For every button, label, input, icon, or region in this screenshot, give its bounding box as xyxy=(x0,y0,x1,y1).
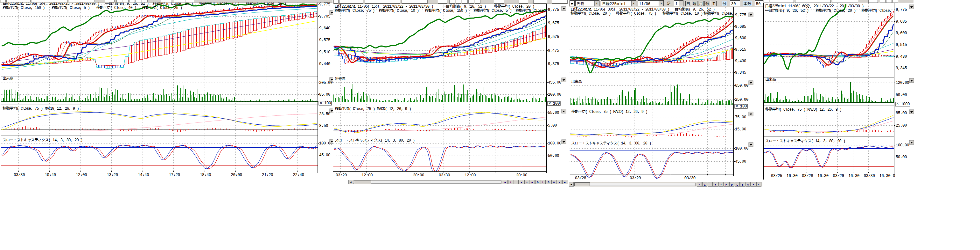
svg-text:移動平均( Close, 5 ): 移動平均( Close, 5 ) xyxy=(474,7,512,13)
svg-text:9,775: 9,775 xyxy=(735,11,746,18)
svg-text:20:00: 20:00 xyxy=(413,171,424,178)
svg-text:移動平均( Close, 75 ) MACD( 12,: 移動平均( Close, 75 ) MACD( 12, 26, 9 ) xyxy=(765,106,842,112)
svg-text:移動平均( Close, 75 ) MACD( 12,: 移動平均( Close, 75 ) MACD( 12, 26, 9 ) xyxy=(571,108,648,114)
svg-text:17:20: 17:20 xyxy=(169,171,180,177)
svg-text:9,345: 9,345 xyxy=(735,69,746,75)
svg-text:20:00: 20:00 xyxy=(231,171,242,177)
svg-text:0: 0 xyxy=(893,172,895,178)
svg-text:9,475: 9,475 xyxy=(548,47,559,53)
svg-text:出来高: 出来高 xyxy=(571,79,582,84)
svg-text:移動平均( Close, 10 ): 移動平均( Close, 10 ) xyxy=(379,7,419,13)
svg-text:250.00: 250.00 xyxy=(735,96,748,102)
svg-text:16:30: 16:30 xyxy=(786,172,798,178)
svg-text:50.00: 50.00 xyxy=(548,152,559,158)
svg-text:出来高: 出来高 xyxy=(765,76,776,82)
svg-text:12:00: 12:00 xyxy=(465,171,476,178)
svg-text:移動平均( Close, 25 ): 移動平均( Close, 25 ) xyxy=(142,5,182,10)
svg-text:スロー・ストキャスティクス( 14, 3, 80, 20 ): スロー・ストキャスティクス( 14, 3, 80, 20 ) xyxy=(571,140,651,146)
svg-text:× 100: × 100 xyxy=(736,103,747,109)
svg-text:03/29: 03/29 xyxy=(336,171,347,178)
svg-text:9,600: 9,600 xyxy=(896,29,907,35)
svg-text:移動平均( Close, 75 ) MACD( 12,: 移動平均( Close, 75 ) MACD( 12, 26, 9 ) xyxy=(3,105,79,111)
svg-text:移動平均( Close, 20 ): 移動平均( Close, 20 ) xyxy=(571,10,611,16)
svg-text:× 100: × 100 xyxy=(549,100,560,106)
svg-text:移動平均( Close, 10 ): 移動平均( Close, 10 ) xyxy=(662,10,703,16)
svg-text:移動平均( Close, 150 ): 移動平均( Close, 150 ) xyxy=(425,7,467,13)
svg-text:9,430: 9,430 xyxy=(735,58,746,64)
svg-text:22:40: 22:40 xyxy=(293,171,304,177)
svg-text:85.00: 85.00 xyxy=(896,109,907,115)
svg-text:移動平均( Close, 150 ): 移動平均( Close, 150 ) xyxy=(3,5,45,10)
svg-text:10:40: 10:40 xyxy=(45,171,56,177)
svg-text:スロー・ストキャスティクス( 14, 3, 80, 20 ): スロー・ストキャスティクス( 14, 3, 80, 20 ) xyxy=(3,137,83,142)
svg-text:出来高: 出来高 xyxy=(335,75,345,81)
svg-text:移動平均( Close,: 移動平均( Close, xyxy=(703,10,734,16)
svg-text:9,515: 9,515 xyxy=(896,41,907,47)
svg-text:移動平均( Close, 20 ): 移動平均( Close, 20 ) xyxy=(816,7,856,13)
svg-text:455.00: 455.00 xyxy=(548,79,561,85)
svg-text:スロー・ストキャスティクス( 14, 3, 80, 20 ): スロー・ストキャスティクス( 14, 3, 80, 20 ) xyxy=(765,138,845,143)
svg-text:9,575: 9,575 xyxy=(319,36,330,42)
svg-text:50.00: 50.00 xyxy=(896,153,907,159)
svg-text:9,430: 9,430 xyxy=(896,53,907,59)
svg-text:18:40: 18:40 xyxy=(200,171,211,177)
svg-text:移動平均( Close,: 移動平均( Close, xyxy=(861,7,891,13)
svg-text:03/30: 03/30 xyxy=(864,172,875,178)
svg-text:9,515: 9,515 xyxy=(735,46,746,52)
svg-text:120.00: 120.00 xyxy=(896,79,909,85)
svg-text:20:00: 20:00 xyxy=(516,171,527,178)
svg-text:出来高: 出来高 xyxy=(3,75,13,81)
svg-text:9,575: 9,575 xyxy=(548,33,559,39)
svg-text:8.50: 8.50 xyxy=(319,122,328,128)
svg-text:9,375: 9,375 xyxy=(548,60,559,66)
svg-text:50.00: 50.00 xyxy=(896,91,907,97)
svg-text:12:00: 12:00 xyxy=(76,171,87,177)
svg-text:25.00: 25.00 xyxy=(896,122,907,128)
svg-text:9,685: 9,685 xyxy=(896,18,907,24)
svg-text:9,775: 9,775 xyxy=(548,6,559,12)
svg-text:× 100: × 100 xyxy=(320,99,331,106)
svg-text:21:20: 21:20 xyxy=(262,171,273,177)
svg-text:5.00: 5.00 xyxy=(548,122,557,128)
svg-text:一目均衡表( 9, 26, 52 ): 一目均衡表( 9, 26, 52 ) xyxy=(765,7,808,13)
svg-text:45.00: 45.00 xyxy=(735,158,746,164)
svg-text:85.00: 85.00 xyxy=(319,91,330,97)
svg-text:14:40: 14:40 xyxy=(138,171,149,177)
svg-text:15.00: 15.00 xyxy=(735,126,746,132)
svg-text:移動平均( Close, 75 ): 移動平均( Close, 75 ) xyxy=(334,7,374,13)
svg-text:9,685: 9,685 xyxy=(735,23,746,29)
svg-text:28.50: 28.50 xyxy=(319,111,330,116)
svg-text:03/30: 03/30 xyxy=(684,175,695,181)
svg-text:× 1000: × 1000 xyxy=(896,101,910,106)
svg-text:55.00: 55.00 xyxy=(548,109,559,115)
svg-text:03/28: 03/28 xyxy=(802,172,813,178)
svg-text:移動平均( Close, 5 ): 移動平均( Close, 5 ) xyxy=(51,5,90,10)
svg-text:スロー・ストキャスティクス( 14, 3, 80, 20 ): スロー・ストキャスティクス( 14, 3, 80, 20 ) xyxy=(335,137,415,143)
svg-text:12:00: 12:00 xyxy=(361,171,372,178)
svg-text:9,440: 9,440 xyxy=(319,60,330,66)
svg-text:45.00: 45.00 xyxy=(319,151,330,157)
svg-text:650.00: 650.00 xyxy=(735,82,748,88)
svg-text:100.00: 100.00 xyxy=(896,142,909,147)
svg-text:9,600: 9,600 xyxy=(735,34,746,40)
svg-text:9,510: 9,510 xyxy=(319,48,330,54)
svg-text:75.00: 75.00 xyxy=(735,114,746,120)
svg-text:9,640: 9,640 xyxy=(319,24,330,30)
svg-text:03/25: 03/25 xyxy=(771,172,782,178)
svg-text:移動平均( Close, 75 ): 移動平均( Close, 75 ) xyxy=(616,10,656,16)
svg-text:03/28: 03/28 xyxy=(575,175,586,181)
svg-text:9,345: 9,345 xyxy=(896,64,907,71)
svg-text:03/29: 03/29 xyxy=(833,172,844,178)
svg-text:9,705: 9,705 xyxy=(319,13,330,19)
svg-text:100.00: 100.00 xyxy=(735,145,748,151)
svg-text:移動平均( Close, 40 ): 移動平均( Close, 40 ) xyxy=(96,5,136,10)
svg-text:100.00: 100.00 xyxy=(548,139,561,146)
svg-text:9,675: 9,675 xyxy=(548,19,559,26)
svg-text:03/30: 03/30 xyxy=(14,171,25,177)
svg-text:16:30: 16:30 xyxy=(818,172,829,178)
svg-text:03/30: 03/30 xyxy=(439,171,450,178)
svg-text:200.00: 200.00 xyxy=(548,91,561,97)
svg-text:16:30: 16:30 xyxy=(879,172,890,178)
svg-text:移動平均( Close, 75 ) MACD( 12,: 移動平均( Close, 75 ) MACD( 12, 26, 9 ) xyxy=(335,106,411,111)
svg-text:9,775: 9,775 xyxy=(896,6,907,12)
